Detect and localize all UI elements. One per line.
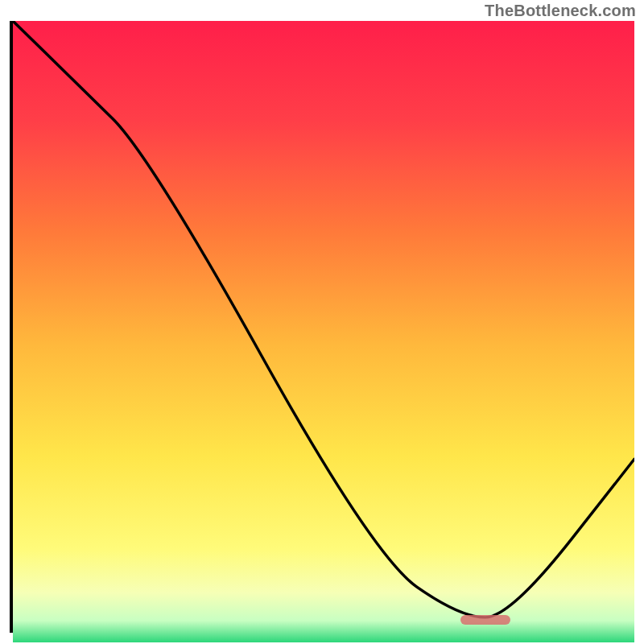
optimal-region-marker xyxy=(460,615,510,625)
watermark-text: TheBottleneck.com xyxy=(485,2,636,20)
bottleneck-curve xyxy=(13,21,634,630)
plot-frame xyxy=(10,21,634,633)
